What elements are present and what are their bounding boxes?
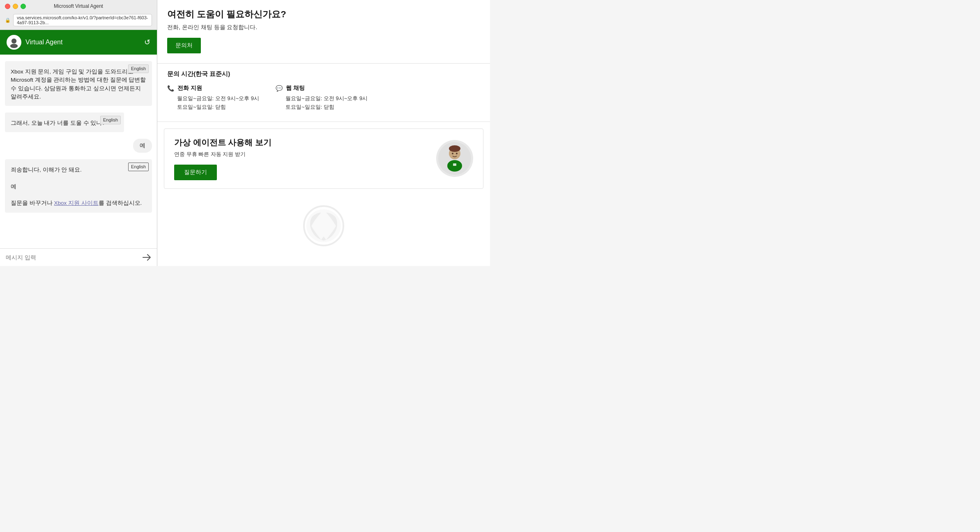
english-badge-1[interactable]: English [128, 64, 149, 73]
address-text[interactable]: vsa.services.microsoft.com/ko-kr/v1.0/?p… [13, 14, 152, 26]
address-bar: 🔒 vsa.services.microsoft.com/ko-kr/v1.0/… [0, 12, 157, 30]
chat-header: Virtual Agent ↺ [0, 30, 157, 55]
webchat-hours: 월요일~금요일: 오전 9시~오후 9시 토요일~일요일: 닫힘 [285, 94, 368, 112]
phone-hours: 월요일~금요일: 오전 9시~오후 9시 토요일~일요일: 닫힘 [177, 94, 259, 112]
divider-2 [157, 122, 490, 122]
chat-header-left: Virtual Agent [7, 35, 62, 50]
webchat-hours-line1: 월요일~금요일: 오전 9시~오후 9시 [285, 94, 368, 103]
search-text: 를 검색하십시오. [99, 200, 142, 206]
contact-hours-section: 문의 시간(한국 표준시) 📞 전화 지원 월요일~금요일: 오전 9시~오후 … [157, 70, 490, 122]
browser-title: Microsoft Virtual Agent [54, 3, 103, 9]
svg-point-2 [12, 39, 16, 44]
close-button[interactable] [5, 4, 10, 9]
traffic-lights [5, 4, 26, 9]
still-need-help-title: 여전히 도움이 필요하신가요? [167, 8, 480, 21]
xbox-logo [303, 205, 344, 248]
minimize-button[interactable] [13, 4, 18, 9]
bot-message-2: English 그래서, 오늘 내가 너를 도울 수 있니? [5, 112, 124, 132]
agent-illustration [436, 140, 473, 177]
refresh-icon[interactable]: ↺ [144, 38, 150, 47]
user-message: 예 [133, 139, 152, 153]
right-top-section: 여전히 도움이 필요하신가요? 전화, 온라인 채팅 등을 요청합니다. 문의처 [157, 0, 490, 63]
svg-point-3 [10, 44, 18, 48]
virtual-agent-title: 가상 에이전트 사용해 보기 [174, 137, 430, 148]
virtual-agent-section: 가상 에이전트 사용해 보기 연중 무휴 빠른 자동 지원 받기 질문하기 [164, 128, 483, 189]
phone-support: 📞 전화 지원 월요일~금요일: 오전 9시~오후 9시 토요일~일요일: 닫힘 [167, 85, 259, 112]
message-input[interactable] [6, 254, 139, 261]
still-need-help-subtitle: 전화, 온라인 채팅 등을 요청합니다. [167, 24, 480, 31]
right-panel: 여전히 도움이 필요하신가요? 전화, 온라인 채팅 등을 요청합니다. 문의처… [157, 0, 490, 266]
webchat-header: 💬 웹 채팅 [276, 85, 368, 92]
contact-button[interactable]: 문의처 [167, 38, 201, 53]
agent-avatar [7, 35, 21, 50]
chat-header-title: Virtual Agent [25, 39, 62, 46]
divider-1 [157, 63, 490, 64]
bot-message-4: English 죄송합니다, 이해가 안 돼요. 예 질문을 바꾸거나 Xbox… [5, 159, 152, 212]
phone-header: 📞 전화 지원 [167, 85, 259, 92]
virtual-agent-content: 가상 에이전트 사용해 보기 연중 무휴 빠른 자동 지원 받기 질문하기 [174, 137, 430, 180]
svg-rect-10 [453, 163, 456, 166]
chat-input-area [0, 248, 157, 266]
user-message-wrapper: 예 [5, 139, 152, 153]
webchat-support: 💬 웹 채팅 월요일~금요일: 오전 9시~오후 9시 토요일~일요일: 닫힘 [276, 85, 368, 112]
virtual-agent-subtitle: 연중 무휴 빠른 자동 지원 받기 [174, 151, 430, 158]
bubble-text-4: 죄송합니다, 이해가 안 돼요. 예 질문을 바꾸거나 Xbox 지원 사이트를… [11, 166, 146, 207]
send-button[interactable] [142, 253, 151, 262]
svg-point-8 [452, 153, 453, 154]
phone-hours-line2: 토요일~일요일: 닫힘 [177, 103, 259, 112]
xbox-logo-section [157, 195, 490, 258]
lock-icon: 🔒 [5, 18, 11, 23]
english-badge-2[interactable]: English [100, 116, 121, 124]
bubble-text-1: Xbox 지원 문의, 게임 구입 및 가입을 도와드리고 Microsoft … [11, 68, 146, 101]
contact-methods: 📞 전화 지원 월요일~금요일: 오전 9시~오후 9시 토요일~일요일: 닫힘… [167, 85, 480, 112]
sorry-text: 죄송합니다, 이해가 안 돼요. [11, 167, 82, 173]
svg-point-9 [456, 153, 458, 154]
webchat-hours-line2: 토요일~일요일: 닫힘 [285, 103, 368, 112]
svg-point-6 [449, 145, 460, 152]
webchat-label: 웹 채팅 [286, 85, 305, 92]
xbox-support-link[interactable]: Xbox 지원 사이트 [54, 200, 99, 206]
phone-label: 전화 지원 [177, 85, 202, 92]
chat-panel: Microsoft Virtual Agent 🔒 vsa.services.m… [0, 0, 157, 266]
browser-titlebar: Microsoft Virtual Agent [0, 0, 157, 12]
ask-button[interactable]: 질문하기 [174, 165, 217, 180]
maximize-button[interactable] [21, 4, 26, 9]
english-badge-4[interactable]: English [128, 163, 149, 171]
yes-text: 예 [11, 183, 16, 190]
bot-message-1: English Xbox 지원 문의, 게임 구입 및 가입을 도와드리고 Mi… [5, 61, 152, 106]
contact-hours-title: 문의 시간(한국 표준시) [167, 70, 480, 78]
chat-messages: English Xbox 지원 문의, 게임 구입 및 가입을 도와드리고 Mi… [0, 55, 157, 248]
rephrase-text: 질문을 바꾸거나 [11, 200, 54, 206]
phone-icon: 📞 [167, 85, 174, 92]
chat-icon: 💬 [276, 85, 283, 92]
phone-hours-line1: 월요일~금요일: 오전 9시~오후 9시 [177, 94, 259, 103]
browser-chrome: Microsoft Virtual Agent 🔒 vsa.services.m… [0, 0, 157, 30]
